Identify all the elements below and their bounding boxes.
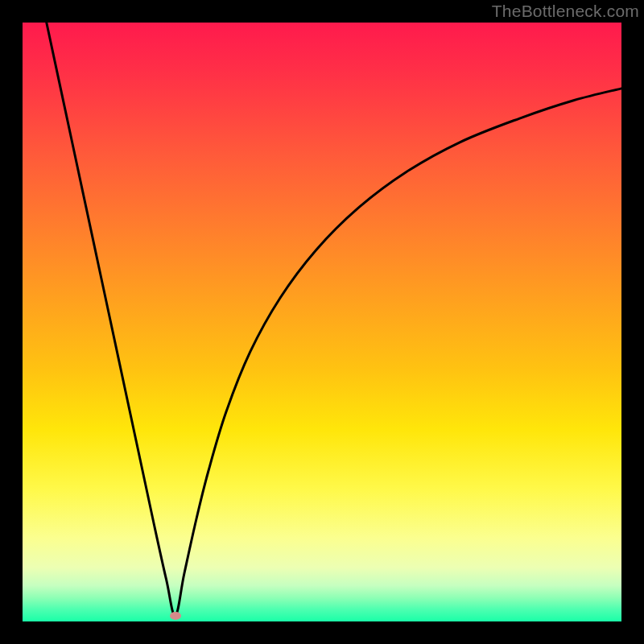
minimum-marker	[170, 612, 181, 620]
curve-path	[47, 23, 621, 616]
bottleneck-curve	[23, 23, 621, 621]
plot-area	[23, 23, 621, 621]
chart-frame: TheBottleneck.com	[0, 0, 644, 644]
watermark-text: TheBottleneck.com	[492, 2, 639, 21]
